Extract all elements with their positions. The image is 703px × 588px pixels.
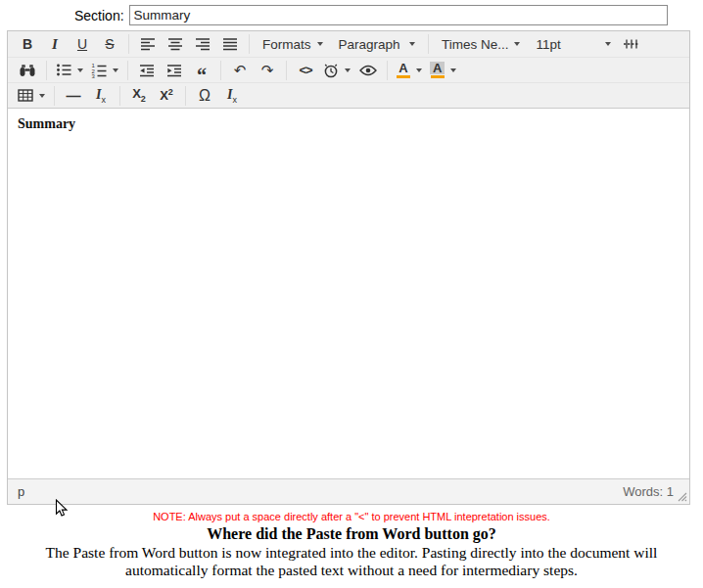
subscript-digit: 2 xyxy=(141,94,146,104)
background-color-letter: A xyxy=(430,62,445,74)
table-icon xyxy=(18,89,33,102)
formats-label: Formats xyxy=(262,37,311,52)
italic-button[interactable]: I xyxy=(42,32,68,56)
toolbar-row-2: 1 2 3 “ ↶ xyxy=(8,57,689,82)
blockquote-button[interactable]: “ xyxy=(189,59,214,82)
align-left-button[interactable] xyxy=(135,32,161,56)
formats-dropdown[interactable]: Formats xyxy=(256,32,330,56)
align-justify-icon xyxy=(222,37,238,51)
bullet-list-button[interactable] xyxy=(53,59,86,82)
align-justify-button[interactable] xyxy=(217,32,243,56)
html-note-text: NOTE: Always put a space directly after … xyxy=(0,511,703,522)
numbered-list-button[interactable]: 1 2 3 xyxy=(88,59,121,82)
eye-icon xyxy=(359,65,377,76)
bold-button[interactable]: B xyxy=(15,32,40,56)
align-center-button[interactable] xyxy=(163,32,188,56)
chevron-down-icon xyxy=(450,68,456,72)
paragraph-style-label: Paragraph xyxy=(339,37,400,52)
mouse-cursor-icon xyxy=(55,499,69,519)
text-color-icon: A xyxy=(397,62,410,78)
clear-formatting-x: x xyxy=(101,94,106,104)
toolbar-row-1: B I U S Formats Paragraph xyxy=(8,31,689,57)
subscript-icon: X2 xyxy=(132,87,146,104)
toolbar-separator xyxy=(249,34,250,54)
background-color-swatch xyxy=(431,75,445,78)
page-break-button[interactable] xyxy=(619,32,644,56)
find-replace-icon xyxy=(19,64,36,77)
special-character-button[interactable]: Ω xyxy=(192,84,217,108)
section-field-row: Section: xyxy=(0,0,703,25)
toolbar-separator xyxy=(127,61,128,80)
paragraph-style-dropdown[interactable]: Paragraph xyxy=(332,32,422,56)
undo-button[interactable]: ↶ xyxy=(227,59,253,82)
section-input[interactable] xyxy=(129,5,668,25)
undo-icon: ↶ xyxy=(234,63,247,77)
text-color-swatch xyxy=(397,75,410,78)
font-family-label: Times Ne... xyxy=(442,37,509,52)
chevron-down-icon xyxy=(345,68,351,72)
remove-formatting-icon: Ix xyxy=(227,87,237,105)
superscript-icon: X2 xyxy=(160,88,173,102)
bullet-list-icon xyxy=(56,63,71,77)
redo-button[interactable]: ↷ xyxy=(255,59,280,82)
strikethrough-button[interactable]: S xyxy=(97,32,122,56)
blockquote-icon: “ xyxy=(197,66,207,85)
source-code-icon: <> xyxy=(299,64,311,76)
paste-body-text: The Paste from Word button is now integr… xyxy=(24,544,679,580)
superscript-digit: 2 xyxy=(168,87,173,97)
chevron-down-icon xyxy=(39,94,45,98)
resize-handle-icon[interactable] xyxy=(678,492,687,502)
chevron-down-icon xyxy=(113,68,118,72)
superscript-letter: X xyxy=(160,89,168,104)
indent-button[interactable] xyxy=(162,59,187,82)
page-break-icon xyxy=(623,38,640,50)
status-bar: p Words: 1 xyxy=(8,478,689,504)
indent-icon xyxy=(166,64,182,77)
numbered-list-digit: 3 xyxy=(92,72,96,78)
rich-text-editor: B I U S Formats Paragraph xyxy=(7,30,690,505)
redo-icon: ↷ xyxy=(261,63,274,77)
chevron-down-icon xyxy=(605,42,611,46)
underline-button[interactable]: U xyxy=(70,32,95,56)
paste-heading: Where did the Paste from Word button go? xyxy=(0,525,703,543)
toolbar-separator xyxy=(54,86,55,106)
text-color-button[interactable]: A xyxy=(394,59,425,82)
clock-icon xyxy=(323,63,339,78)
font-size-label: 11pt xyxy=(536,37,560,52)
toolbar-separator xyxy=(428,34,429,54)
find-replace-button[interactable] xyxy=(15,59,40,82)
align-right-icon xyxy=(195,37,211,51)
outdent-button[interactable] xyxy=(134,59,160,82)
subscript-letter: X xyxy=(132,86,141,101)
section-label: Section: xyxy=(74,8,124,23)
strikethrough-icon: S xyxy=(105,37,114,51)
align-right-button[interactable] xyxy=(190,32,215,56)
horizontal-rule-button[interactable]: — xyxy=(61,84,86,108)
subscript-button[interactable]: X2 xyxy=(126,84,152,108)
editor-content[interactable]: Summary xyxy=(8,109,689,478)
chevron-down-icon xyxy=(317,42,323,46)
chevron-down-icon xyxy=(416,68,422,72)
text-color-letter: A xyxy=(398,62,407,74)
background-color-icon: A xyxy=(430,62,445,78)
italic-icon: I xyxy=(52,37,58,52)
toolbar-separator xyxy=(220,61,221,80)
table-button[interactable] xyxy=(15,84,48,108)
numbered-list-icon: 1 2 3 xyxy=(91,63,107,78)
preview-button[interactable] xyxy=(355,59,381,82)
font-family-dropdown[interactable]: Times Ne... xyxy=(435,32,528,56)
clear-formatting-icon: Ix xyxy=(96,87,106,105)
element-path[interactable]: p xyxy=(18,484,24,499)
clear-formatting-button[interactable]: Ix xyxy=(88,84,114,108)
font-size-dropdown[interactable]: 11pt xyxy=(529,32,618,56)
remove-formatting-button[interactable]: Ix xyxy=(219,84,245,108)
source-code-button[interactable]: <> xyxy=(293,59,318,82)
bold-icon: B xyxy=(23,37,32,51)
insert-datetime-button[interactable] xyxy=(320,59,353,82)
align-left-icon xyxy=(140,37,156,51)
toolbar-separator xyxy=(119,86,120,106)
toolbar-separator xyxy=(46,61,47,80)
background-color-button[interactable]: A xyxy=(427,59,459,82)
superscript-button[interactable]: X2 xyxy=(154,84,179,108)
toolbar-row-3: — Ix X2 X2 Ω Ix xyxy=(8,82,689,108)
